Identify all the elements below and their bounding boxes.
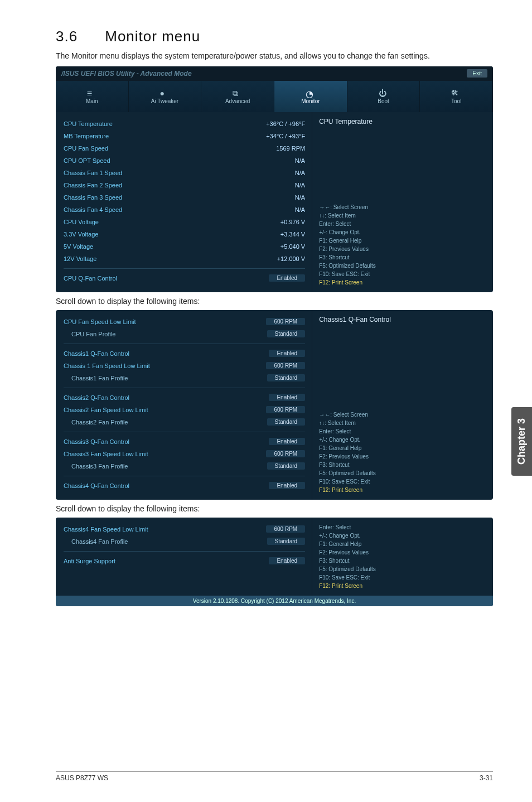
- main-icon: [87, 89, 97, 96]
- tab-advanced[interactable]: Advanced: [201, 81, 274, 112]
- setting-value[interactable]: Enabled: [269, 438, 305, 445]
- setting-row[interactable]: CPU Voltage+0.976 V: [64, 216, 305, 228]
- setting-row[interactable]: CPU OPT SpeedN/A: [64, 154, 305, 167]
- help-key-line: F12: Print Screen: [319, 278, 486, 287]
- setting-value[interactable]: 600 RPM: [266, 525, 305, 533]
- setting-value[interactable]: Standard: [267, 418, 306, 426]
- setting-value[interactable]: Standard: [267, 538, 306, 545]
- advanced-icon: [233, 89, 243, 96]
- setting-row[interactable]: CPU Fan ProfileStandard: [64, 328, 305, 340]
- setting-value[interactable]: 600 RPM: [266, 318, 305, 325]
- setting-row[interactable]: Chassis3 Q-Fan ControlEnabled: [64, 436, 305, 448]
- help-key-line: F2: Previous Values: [319, 548, 486, 557]
- scroll-note-2: Scroll down to display the following ite…: [56, 504, 493, 513]
- setting-row[interactable]: Chassis1 Q-Fan ControlEnabled: [64, 347, 305, 360]
- setting-row[interactable]: Chassis 1 Fan Speed Low Limit600 RPM: [64, 360, 305, 372]
- setting-value[interactable]: 600 RPM: [266, 450, 305, 457]
- help-key-line: F1: General Help: [319, 236, 486, 245]
- exit-button[interactable]: Exit: [467, 69, 487, 78]
- help-key-line: F5: Optimized Defaults: [319, 565, 486, 573]
- setting-value[interactable]: Standard: [267, 462, 306, 470]
- page-footer: ASUS P8Z77 WS 3-31: [56, 771, 493, 782]
- setting-value: +5.040 V: [280, 243, 305, 250]
- setting-row[interactable]: 5V Voltage+5.040 V: [64, 240, 305, 253]
- setting-label: CPU Fan Speed: [64, 145, 108, 152]
- setting-row[interactable]: Chassis4 Fan Speed Low Limit600 RPM: [64, 523, 305, 535]
- setting-value[interactable]: Enabled: [269, 350, 305, 357]
- setting-row[interactable]: 3.3V Voltage+3.344 V: [64, 228, 305, 240]
- setting-label: 5V Voltage: [64, 243, 93, 250]
- setting-label: Chassis3 Fan Profile: [64, 463, 128, 470]
- bios-tabs: Main Ai Tweaker Advanced Monitor Boot To…: [56, 81, 493, 112]
- setting-row[interactable]: Chassis Fan 2 SpeedN/A: [64, 179, 305, 191]
- help-key-line: F2: Previous Values: [319, 452, 486, 461]
- setting-row[interactable]: Chassis1 Fan ProfileStandard: [64, 372, 305, 384]
- setting-row[interactable]: CPU Temperature+36°C / +96°F: [64, 118, 305, 130]
- setting-value: N/A: [295, 182, 305, 189]
- bios-footer: Version 2.10.1208. Copyright (C) 2012 Am…: [56, 596, 493, 606]
- help-key-line: F10: Save ESC: Exit: [319, 573, 486, 582]
- help-key-line: F1: General Help: [319, 540, 486, 548]
- setting-value[interactable]: 600 RPM: [266, 406, 305, 413]
- help-key-line: F1: General Help: [319, 444, 486, 452]
- setting-value: +0.976 V: [280, 219, 305, 225]
- setting-row[interactable]: Chassis3 Fan Speed Low Limit600 RPM: [64, 448, 305, 460]
- bios-window-1: /ISUS UEFI BIOS Utility - Advanced Mode …: [56, 66, 493, 292]
- setting-label: Chassis1 Fan Profile: [64, 375, 128, 381]
- setting-value[interactable]: Enabled: [269, 274, 305, 282]
- tab-main[interactable]: Main: [56, 81, 129, 112]
- bios-window-3: Chassis4 Fan Speed Low Limit600 RPMChass…: [56, 518, 493, 606]
- setting-value: +3.344 V: [280, 231, 305, 238]
- setting-row[interactable]: Chassis Fan 1 SpeedN/A: [64, 167, 305, 179]
- setting-row[interactable]: Chassis Fan 3 SpeedN/A: [64, 191, 305, 204]
- setting-value[interactable]: Standard: [267, 330, 306, 337]
- setting-label: Anti Surge Support: [64, 558, 115, 564]
- setting-value[interactable]: 600 RPM: [266, 362, 305, 369]
- help-keys-3: Enter: Select+/-: Change Opt.F1: General…: [319, 523, 486, 590]
- help-key-line: F12: Print Screen: [319, 486, 486, 494]
- boot-icon: [379, 89, 389, 96]
- setting-value: 1569 RPM: [276, 145, 305, 152]
- bios-title: /ISUS UEFI BIOS Utility - Advanced Mode: [61, 70, 192, 78]
- setting-value: N/A: [295, 194, 305, 201]
- setting-label: CPU Voltage: [64, 219, 99, 225]
- help-key-line: →←: Select Screen: [319, 203, 486, 211]
- setting-row[interactable]: Anti Surge SupportEnabled: [64, 555, 305, 567]
- setting-row[interactable]: Chassis4 Q-Fan ControlEnabled: [64, 480, 305, 492]
- tab-ai-tweaker[interactable]: Ai Tweaker: [129, 81, 202, 112]
- help-panel-3: Enter: Select+/-: Change Opt.F1: General…: [312, 518, 493, 596]
- setting-row[interactable]: Chassis Fan 4 SpeedN/A: [64, 204, 305, 216]
- setting-row[interactable]: Chassis2 Fan ProfileStandard: [64, 416, 305, 428]
- setting-value[interactable]: Standard: [267, 374, 306, 381]
- help-keys-2: →←: Select Screen↑↓: Select ItemEnter: S…: [319, 410, 486, 494]
- setting-row[interactable]: MB Temperature+34°C / +93°F: [64, 130, 305, 142]
- setting-value[interactable]: Enabled: [269, 482, 305, 489]
- setting-label: Chassis4 Fan Profile: [64, 538, 128, 545]
- help-key-line: ↑↓: Select Item: [319, 419, 486, 427]
- tab-monitor[interactable]: Monitor: [274, 81, 347, 112]
- setting-row[interactable]: 12V Voltage+12.000 V: [64, 253, 305, 265]
- setting-value[interactable]: Enabled: [269, 557, 305, 564]
- setting-value: N/A: [295, 170, 305, 176]
- setting-row[interactable]: Chassis3 Fan ProfileStandard: [64, 460, 305, 472]
- help-key-line: +/-: Change Opt.: [319, 532, 486, 540]
- setting-label: CPU Q-Fan Control: [64, 275, 117, 282]
- tab-boot[interactable]: Boot: [347, 81, 420, 112]
- help-key-line: F5: Optimized Defaults: [319, 262, 486, 270]
- setting-row[interactable]: CPU Q-Fan ControlEnabled: [64, 272, 305, 284]
- help-key-line: F5: Optimized Defaults: [319, 469, 486, 477]
- setting-row[interactable]: Chassis4 Fan ProfileStandard: [64, 535, 305, 548]
- setting-row[interactable]: CPU Fan Speed1569 RPM: [64, 142, 305, 154]
- tab-tool[interactable]: Tool: [420, 81, 493, 112]
- setting-row[interactable]: Chassis2 Q-Fan ControlEnabled: [64, 392, 305, 404]
- setting-value: +34°C / +93°F: [266, 133, 305, 139]
- monitor-icon: [306, 89, 316, 96]
- monitor-list-panel-3: Chassis4 Fan Speed Low Limit600 RPMChass…: [56, 518, 312, 596]
- setting-value[interactable]: Enabled: [269, 394, 305, 401]
- help-key-line: +/-: Change Opt.: [319, 228, 486, 236]
- setting-row[interactable]: Chassis2 Fan Speed Low Limit600 RPM: [64, 404, 305, 416]
- setting-row[interactable]: CPU Fan Speed Low Limit600 RPM: [64, 316, 305, 328]
- setting-label: Chassis2 Q-Fan Control: [64, 394, 129, 401]
- setting-label: Chassis Fan 3 Speed: [64, 194, 122, 201]
- setting-label: Chassis Fan 2 Speed: [64, 182, 122, 189]
